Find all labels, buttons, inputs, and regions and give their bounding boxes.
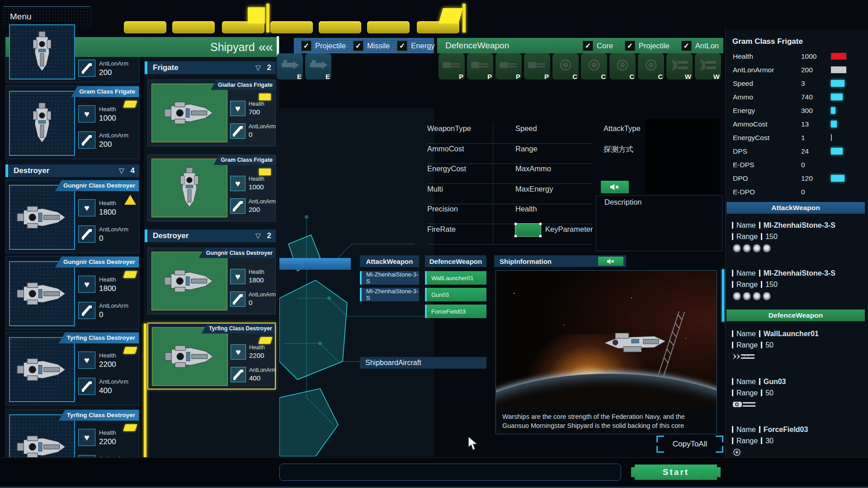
key-parameter-box[interactable] (515, 223, 541, 237)
mute-speaker-icon (607, 258, 615, 264)
stat-label: E-DPS (733, 161, 754, 169)
weapon-tile-c-4[interactable]: C (552, 53, 579, 80)
armor-value: 0 (99, 234, 128, 243)
divider (732, 222, 733, 229)
attack-weapon-slot[interactable]: MI-ZhenhaiStone-3-S (360, 271, 419, 285)
flag-marker-icon (259, 169, 271, 175)
filter-checkbox-projectile[interactable]: ✓Projectile (625, 41, 670, 51)
defence-weapon-section-header[interactable]: DefenceWeapon (726, 310, 865, 321)
fleet-ship-card[interactable]: Gram Class Frigate♥Health1000 AntLonArm2… (5, 86, 139, 159)
menu-button[interactable]: Menu (4, 6, 90, 26)
stat-text: Health1000 (249, 176, 264, 191)
armor-slash-icon (81, 381, 92, 392)
yard-ship-card[interactable]: Gungnir Class Destroyer♥Health1800 AntLo… (147, 248, 276, 314)
gun-icon (733, 400, 760, 408)
fleet-ship-card[interactable]: Gungnir Class Destroyer♥Health1800 AntLo… (5, 180, 139, 253)
stat-value: 300 (801, 107, 813, 115)
mute-speaker-icon (610, 183, 620, 191)
defence-weapon-header[interactable]: DefenceWeapon (425, 255, 486, 267)
yellow-button[interactable] (367, 21, 410, 33)
weapon-tile-energy[interactable]: E (305, 53, 331, 80)
filter-checkbox-projectile[interactable]: ✓Projectile (301, 41, 346, 51)
stat-value: 0 (801, 188, 805, 196)
armor-value: 400 (99, 386, 128, 395)
health-heart-icon: ♥ (84, 109, 90, 119)
stat-value: 24 (801, 147, 809, 155)
weapon-tile-c-5[interactable]: C (581, 53, 607, 80)
fleet-ship-card[interactable]: Tyrfing Class Destroyer♥Health2200 AntLo… (5, 332, 139, 405)
divider (732, 342, 733, 348)
health-label: Health (99, 106, 116, 113)
weapon-entry-icon (733, 292, 773, 302)
filter-checkbox-energy[interactable]: ✓Energy (397, 41, 434, 51)
fleet-section-destroyer[interactable]: Destroyer▽4 (8, 164, 139, 177)
defence-weapon-filter-bar: DefenceWeapon ✓Core✓Projectile✓AntLon (437, 38, 723, 53)
armor-label: AntLonArm (99, 60, 128, 67)
weapon-tile-w-9[interactable]: W (695, 53, 721, 80)
divider (759, 330, 760, 337)
defence-weapon-slot[interactable]: WallLauncher01 (425, 271, 486, 285)
filter-checkbox-missile[interactable]: ✓Missile (353, 41, 390, 51)
weapon-tile-p-3[interactable]: P (524, 53, 550, 80)
weapon-tile-p-2[interactable]: P (495, 53, 522, 80)
weapon-tile-w-8[interactable]: W (666, 53, 693, 80)
filter-checkbox-antlon[interactable]: ✓AntLon (681, 41, 719, 51)
section-label: Destroyer (153, 231, 255, 240)
mute-button[interactable] (598, 257, 623, 266)
divider (759, 378, 760, 385)
weapon-tile-p-1[interactable]: P (467, 53, 493, 80)
stat-text: AntLonArm0 (249, 123, 276, 139)
filter-checkbox-core[interactable]: ✓Core (583, 41, 613, 51)
stat-bar (831, 121, 837, 127)
health-value: 700 (249, 108, 264, 116)
fleet-ship-card[interactable]: Gungnir Class Destroyer♥Health1800 AntLo… (5, 256, 139, 329)
shipboard-aircraft-header[interactable]: ShipboardAircraft (360, 357, 486, 369)
stat-value: 3 (801, 80, 805, 88)
armor-value: 0 (249, 299, 276, 306)
yard-ship-card[interactable]: Gram Class Frigate♥Health1000 AntLonArm2… (147, 155, 276, 221)
stat-label: E-DPO (733, 188, 755, 196)
bracket-decoration (716, 446, 723, 453)
checkbox-check-icon: ✓ (625, 41, 635, 51)
weapon-tile-c-6[interactable]: C (609, 53, 636, 80)
start-button[interactable]: Start (631, 465, 721, 480)
weapon-tile-p-0[interactable]: P (439, 53, 465, 80)
fleet-ship-card-partial[interactable]: AntLonArm200 (5, 57, 139, 82)
tile-letter: P (459, 73, 463, 80)
attack-weapon-section-header[interactable]: AttackWeapon (726, 202, 865, 214)
param-label: Multi (427, 185, 443, 193)
tile-letter: C (658, 73, 663, 80)
health-icon-box: ♥ (230, 269, 245, 284)
armor-slash-icon (232, 294, 243, 305)
ship-description-text: Warships are the core strength of the Fe… (496, 408, 717, 434)
collapse-chevrons-icon[interactable]: « (259, 39, 265, 55)
divider (732, 437, 733, 444)
armor-stat: AntLonArm0 (230, 123, 276, 139)
yellow-button[interactable] (270, 21, 313, 33)
yard-ship-card[interactable]: Tyrfing Class Destroyer♥Health2200 AntLo… (147, 323, 276, 389)
yard-section-frigate[interactable]: Frigate▽2 (147, 61, 276, 74)
yellow-button[interactable] (124, 21, 166, 33)
checkbox-label: Projectile (639, 42, 670, 50)
yellow-button[interactable] (172, 21, 215, 33)
stat-value: 1 (801, 134, 805, 142)
command-input[interactable] (279, 464, 621, 481)
yard-ship-card[interactable]: Giallar Class Frigate♥Health700 AntLonAr… (147, 80, 276, 146)
weapon-tile-energy[interactable]: E (277, 53, 303, 80)
attack-weapon-header[interactable]: AttackWeapon (360, 255, 419, 267)
health-value: 1000 (249, 183, 264, 191)
stats-scrollbar[interactable] (722, 269, 724, 322)
attack-weapon-slot[interactable]: MI-ZhenhaiStone-3-S (360, 288, 419, 301)
yard-section-destroyer[interactable]: Destroyer▽2 (147, 230, 276, 242)
defence-weapon-slot[interactable]: ForceField03 (425, 305, 486, 318)
selected-blueprint-tab[interactable] (279, 258, 351, 270)
defence-weapon-slot[interactable]: Gun03 (425, 288, 486, 301)
health-icon-box: ♥ (78, 352, 95, 369)
yellow-button[interactable] (319, 21, 361, 33)
health-heart-icon: ♥ (235, 272, 241, 282)
mute-button[interactable] (601, 181, 629, 193)
weapon-tile-c-7[interactable]: C (638, 53, 664, 80)
copy-to-all-button[interactable]: CopyToAll (656, 436, 723, 453)
weapon-entry-icon (733, 244, 773, 254)
shipyard-tab[interactable]: Shipyard «« (210, 39, 273, 55)
